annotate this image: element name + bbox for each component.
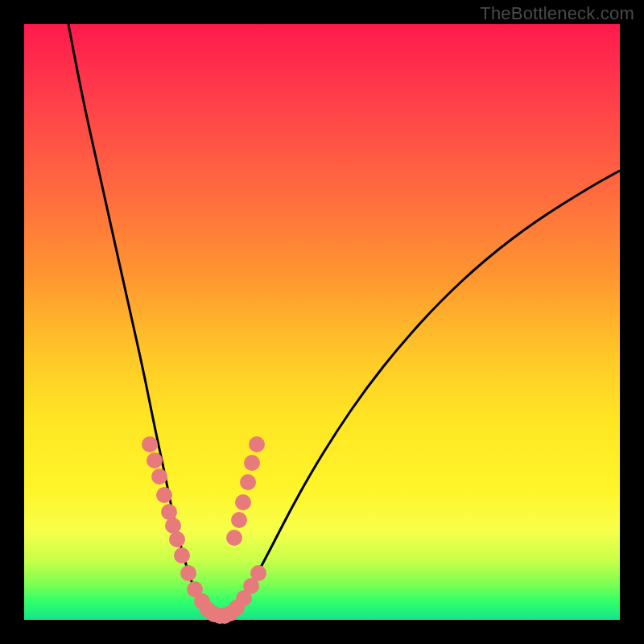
data-dot [235, 494, 251, 510]
data-dot [240, 474, 256, 490]
data-dot [226, 530, 242, 546]
data-dot [151, 469, 167, 485]
data-dot [180, 565, 196, 581]
data-dot [174, 547, 190, 564]
bottleneck-curve [68, 24, 620, 615]
data-dot [250, 565, 266, 581]
data-dot [165, 518, 181, 534]
data-dot [169, 531, 185, 547]
chart-frame: TheBottleneck.com [0, 0, 644, 644]
data-dot [142, 436, 158, 452]
data-dot [244, 455, 260, 471]
data-dot [231, 512, 247, 528]
data-dots-group [142, 436, 266, 624]
data-dot [147, 452, 163, 469]
bottleneck-curve-svg [24, 24, 620, 620]
data-dot [161, 504, 177, 520]
watermark-text: TheBottleneck.com [480, 3, 634, 24]
data-dot [249, 436, 265, 452]
data-dot [156, 487, 172, 503]
plot-area [24, 24, 620, 620]
